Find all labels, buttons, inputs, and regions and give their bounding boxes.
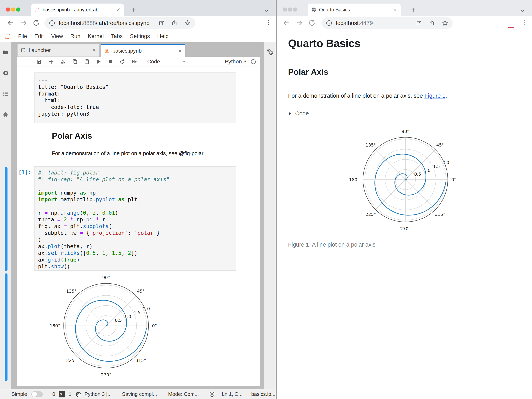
paste-cells-button[interactable] [84, 59, 90, 65]
cell-type-select[interactable]: Code [147, 59, 187, 65]
menu-item-view[interactable]: View [51, 33, 63, 39]
menu-item-help[interactable]: Help [157, 33, 169, 39]
cut-cells-button[interactable] [60, 59, 67, 65]
zoom-window-button[interactable] [16, 7, 20, 12]
restart-kernel-button[interactable] [119, 59, 126, 65]
browser-menu-kebab-icon[interactable] [265, 19, 272, 26]
yaml-raw-cell[interactable]: ---title: "Quarto Basics"format: html: c… [34, 73, 236, 123]
minimize-window-button[interactable] [288, 7, 292, 12]
tab-search-chevron-icon[interactable] [264, 8, 269, 13]
copy-cells-button[interactable] [72, 59, 79, 65]
launcher-icon [21, 48, 26, 53]
menu-item-edit[interactable]: Edit [34, 33, 44, 39]
code-line [38, 203, 236, 209]
interrupt-kernel-button[interactable] [108, 59, 114, 65]
forward-button[interactable] [295, 19, 303, 27]
r-tick-label: 1.5 [134, 310, 141, 315]
kernels-count: 1 [69, 391, 71, 397]
minimize-window-button[interactable] [11, 7, 15, 12]
new-tab-button[interactable] [410, 7, 417, 13]
tab-close-icon[interactable] [393, 7, 397, 12]
share-icon[interactable] [171, 20, 177, 26]
code-line: import matplotlib.pyplot as plt [38, 196, 236, 203]
line-col-text[interactable]: Ln 1, C... [222, 391, 243, 397]
code-line: format: [38, 90, 236, 97]
forward-button[interactable] [20, 19, 28, 27]
reload-button[interactable] [32, 19, 40, 27]
left-address-bar[interactable]: localhost:8888/lab/tree/basics.ipynb [44, 17, 195, 29]
theta-tick-label: 225° [365, 212, 376, 217]
kernel-status-text[interactable]: Python 3 |... [84, 391, 112, 397]
file-browser-icon[interactable] [3, 49, 9, 55]
running-kernels-icon[interactable] [3, 70, 9, 76]
menu-item-kernel[interactable]: Kernel [88, 33, 104, 39]
property-inspector-gears-icon[interactable] [266, 48, 274, 56]
close-window-button[interactable] [283, 7, 287, 12]
sync-error-indicator [508, 27, 514, 28]
tab-search-chevron-icon[interactable] [520, 8, 525, 13]
save-button[interactable] [37, 59, 43, 65]
right-address-bar[interactable]: localhost:4479 [321, 17, 453, 29]
site-info-icon[interactable] [49, 20, 55, 26]
polar-plot-figure: 0°45°90°135°180°225°270°315°0.51.01.52.0 [47, 273, 166, 381]
menu-item-tabs[interactable]: Tabs [111, 33, 123, 39]
code-line: ax.grid(True) [38, 256, 236, 263]
theta-tick-label: 315° [435, 212, 445, 217]
disclosure-triangle-icon [288, 112, 292, 116]
kernel-chip-icon[interactable] [75, 391, 81, 397]
input-collapser-bar[interactable] [5, 167, 7, 271]
tab-close-icon[interactable] [116, 7, 120, 12]
terminals-count: 0 [52, 391, 55, 397]
site-info-icon[interactable] [326, 20, 332, 26]
jupyterlab-browser-window: basics.ipynb - JupyterLab localhost:8888… [0, 0, 277, 399]
browser-menu-kebab-icon[interactable] [521, 19, 528, 26]
back-button[interactable] [282, 19, 290, 27]
notebook-toolbar: Code Python 3 [17, 57, 260, 67]
dock-tab-close-icon[interactable] [178, 49, 182, 53]
output-collapser-bar[interactable] [5, 273, 7, 381]
zoom-window-button[interactable] [293, 7, 297, 12]
dock-tab-label: Launcher [29, 47, 51, 53]
browser-tab-jupyterlab[interactable]: basics.ipynb - JupyterLab [31, 4, 124, 16]
simple-mode-toggle[interactable] [31, 391, 43, 397]
reload-button[interactable] [308, 19, 316, 27]
restart-run-all-button[interactable] [131, 59, 138, 65]
figure-1-link[interactable]: Figure 1 [424, 92, 445, 99]
dock-tab-notebook[interactable]: basics.ipynb [101, 44, 185, 57]
menu-item-run[interactable]: Run [70, 33, 81, 39]
menu-item-file[interactable]: File [18, 33, 27, 39]
run-cell-button[interactable] [96, 59, 102, 65]
notebook-icon [105, 48, 110, 53]
share-icon[interactable] [429, 20, 435, 26]
open-in-new-icon[interactable] [158, 20, 165, 26]
theta-tick-label: 0° [451, 177, 456, 182]
table-of-contents-icon[interactable] [3, 91, 9, 97]
back-button[interactable] [7, 19, 15, 27]
tab-title: Quarto Basics [319, 7, 350, 12]
r-tick-label: 1.0 [124, 314, 131, 319]
extensions-icon[interactable] [3, 112, 9, 118]
globe-favicon [311, 7, 316, 12]
kernel-indicator[interactable]: Python 3 [225, 58, 256, 65]
browser-tab-quarto[interactable]: Quarto Basics [308, 4, 401, 16]
open-in-new-icon[interactable] [416, 20, 422, 26]
code-fold-toggle[interactable]: Code [288, 110, 309, 117]
code-line: #| label: fig-polar [38, 169, 236, 176]
theta-tick-label: 0° [152, 323, 157, 328]
bookmark-star-icon[interactable] [442, 20, 448, 26]
dock-tab-launcher[interactable]: Launcher [17, 44, 100, 57]
theta-tick-label: 135° [365, 143, 376, 147]
bookmark-star-icon[interactable] [184, 20, 191, 26]
kernel-name: Python 3 [225, 58, 247, 65]
dock-tab-close-icon[interactable] [92, 48, 96, 52]
theta-tick-label: 270° [400, 226, 411, 231]
jupyterlab-menu-items: FileEditViewRunKernelTabsSettingsHelp [18, 33, 176, 39]
insert-cell-button[interactable] [48, 59, 55, 65]
new-tab-button[interactable] [131, 7, 137, 13]
shield-x-icon[interactable] [209, 391, 215, 397]
close-window-button[interactable] [6, 7, 10, 12]
terminal-icon[interactable]: $_ [59, 391, 65, 397]
quarto-browser-window: Quarto Basics localhost:4479 [277, 0, 532, 399]
code-cell[interactable]: #| label: fig-polar#| fig-cap: "A line p… [34, 166, 236, 270]
menu-item-settings[interactable]: Settings [130, 33, 150, 39]
